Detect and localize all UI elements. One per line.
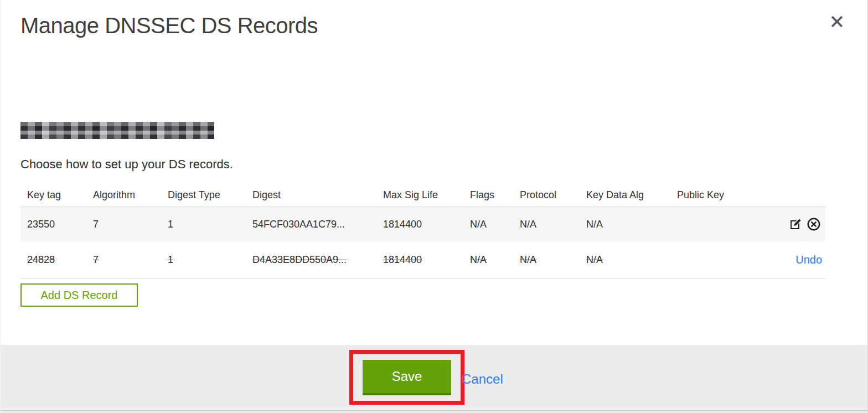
page-bottom-background: [1, 411, 868, 413]
cell-flags: N/A: [470, 219, 520, 230]
close-icon: [830, 14, 844, 29]
add-ds-record-button[interactable]: Add DS Record: [20, 283, 138, 307]
cell-key-data-alg: N/A: [586, 219, 677, 230]
cancel-link[interactable]: Cancel: [462, 371, 503, 387]
cell-algorithm: 7: [93, 254, 168, 266]
ds-records-table: Key tag Algorithm Digest Type Digest Max…: [20, 183, 825, 279]
redacted-domain-name: [20, 122, 214, 139]
manage-dnssec-ds-records-dialog: Manage DNSSEC DS Records Choose how to s…: [0, 0, 868, 413]
page-title: Manage DNSSEC DS Records: [20, 13, 318, 38]
cell-key-tag: 24828: [27, 254, 93, 266]
close-button[interactable]: [828, 12, 846, 31]
delete-record-button[interactable]: [805, 216, 822, 233]
table-header-row: Key tag Algorithm Digest Type Digest Max…: [20, 183, 825, 207]
cell-digest: 54FCF030AA1C79...: [252, 219, 383, 230]
row-actions: [749, 216, 825, 233]
red-highlight-annotation: Save: [349, 350, 464, 405]
column-header-public-key: Public Key: [677, 189, 749, 201]
column-header-digest: Digest: [252, 189, 383, 201]
circle-x-icon: [807, 217, 821, 231]
table-row-marked-for-deletion: 24828 7 1 D4A33E8DD550A9... 1814400 N/A …: [20, 241, 825, 279]
column-header-protocol: Protocol: [520, 189, 586, 201]
column-header-key-tag: Key tag: [27, 189, 93, 201]
column-header-key-data-alg: Key Data Alg: [586, 189, 677, 201]
cell-key-data-alg: N/A: [586, 254, 677, 266]
table-row: 23550 7 1 54FCF030AA1C79... 1814400 N/A …: [20, 207, 825, 241]
column-header-max-sig-life: Max Sig Life: [383, 189, 470, 201]
edit-icon: [789, 218, 802, 231]
instruction-text: Choose how to set up your DS records.: [20, 157, 233, 172]
dialog-footer: Save Cancel: [1, 345, 868, 409]
row-actions: Undo: [749, 254, 825, 266]
cell-digest: D4A33E8DD550A9...: [252, 254, 383, 266]
cell-algorithm: 7: [93, 219, 168, 230]
cell-max-sig-life: 1814400: [383, 219, 470, 230]
column-header-digest-type: Digest Type: [168, 189, 252, 201]
undo-link[interactable]: Undo: [795, 254, 822, 266]
cell-digest-type: 1: [168, 219, 252, 230]
cell-max-sig-life: 1814400: [383, 254, 470, 266]
column-header-algorithm: Algorithm: [93, 189, 168, 201]
column-header-flags: Flags: [470, 189, 520, 201]
cell-digest-type: 1: [168, 254, 252, 266]
edit-record-button[interactable]: [787, 216, 804, 233]
save-button[interactable]: Save: [363, 360, 451, 395]
cell-key-tag: 23550: [27, 219, 93, 230]
cell-flags: N/A: [470, 254, 520, 266]
cell-protocol: N/A: [520, 219, 586, 230]
cell-protocol: N/A: [520, 254, 586, 266]
